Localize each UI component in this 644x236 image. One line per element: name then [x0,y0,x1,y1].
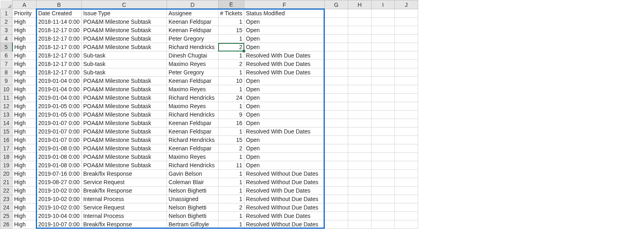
cell-A8[interactable]: High [12,68,37,77]
cell-C3[interactable]: POA&M Milestone Subtask [81,26,167,35]
cell-F21[interactable]: Resolved Without Due Dates [244,178,325,187]
cell-C5[interactable]: POA&M Milestone Subtask [81,43,167,51]
cell-J23[interactable] [395,195,418,203]
cell-H8[interactable] [348,68,372,77]
cell-G22[interactable] [325,187,348,195]
cell-A7[interactable]: High [12,60,37,68]
cell-A6[interactable]: High [12,51,37,60]
cell-G8[interactable] [325,68,348,77]
cell-D10[interactable]: Maximo Reyes [167,85,218,94]
cell-F16[interactable]: Open [244,136,325,144]
cell-D13[interactable]: Richard Hendricks [167,111,218,119]
cell-E25[interactable]: 1 [218,212,244,220]
row-header-16[interactable]: 16 [0,136,12,144]
cell-I19[interactable] [372,161,395,170]
cell-J13[interactable] [395,111,418,119]
cell-F25[interactable]: Resolved With Due Dates [244,212,325,220]
cell-G17[interactable] [325,144,348,153]
cell-H4[interactable] [348,35,372,43]
cell-J19[interactable] [395,161,418,170]
cell-I14[interactable] [372,119,395,127]
cell-G5[interactable] [325,43,348,51]
cell-J10[interactable] [395,85,418,94]
cell-I16[interactable] [372,136,395,144]
cell-A2[interactable]: High [12,18,37,26]
column-header-D[interactable]: D [167,0,218,9]
cell-C9[interactable]: POA&M Milestone Subtask [81,77,167,85]
cell-F12[interactable]: Open [244,102,325,111]
cell-E3[interactable]: 15 [218,26,244,35]
cell-D11[interactable]: Richard Hendricks [167,94,218,102]
cell-B17[interactable]: 2019-01-08 0:00 [37,144,82,153]
cell-A5[interactable]: High [12,43,37,51]
cell-F17[interactable]: Open [244,144,325,153]
cell-B10[interactable]: 2019-01-04 0:00 [37,85,82,94]
cell-D4[interactable]: Peter Gregory [167,35,218,43]
cell-C7[interactable]: Sub-task [81,60,167,68]
cell-F9[interactable]: Open [244,77,325,85]
cell-B26[interactable]: 2019-10-07 0:00 [37,220,82,229]
cell-C15[interactable]: POA&M Milestone Subtask [81,127,167,136]
cell-D25[interactable]: Nelson Bighetti [167,212,218,220]
cell-J1[interactable] [395,9,418,18]
cell-F8[interactable]: Resolved With Due Dates [244,68,325,77]
cell-E12[interactable]: 1 [218,102,244,111]
cell-J2[interactable] [395,18,418,26]
row-header-20[interactable]: 20 [0,170,12,178]
cell-I4[interactable] [372,35,395,43]
cell-G18[interactable] [325,153,348,161]
row-header-25[interactable]: 25 [0,212,12,220]
cell-D2[interactable]: Keenan Feldspar [167,18,218,26]
cell-G16[interactable] [325,136,348,144]
cell-A23[interactable]: High [12,195,37,203]
cell-H23[interactable] [348,195,372,203]
cell-E18[interactable]: 1 [218,153,244,161]
cell-D21[interactable]: Coleman Blair [167,178,218,187]
cell-G20[interactable] [325,170,348,178]
cell-D6[interactable]: Dinesh Chugtai [167,51,218,60]
cell-B15[interactable]: 2019-01-07 0:00 [37,127,82,136]
cell-B19[interactable]: 2019-01-08 0:00 [37,161,82,170]
cell-D12[interactable]: Maximo Reyes [167,102,218,111]
cell-H3[interactable] [348,26,372,35]
cell-A13[interactable]: High [12,111,37,119]
cell-D3[interactable]: Keenan Feldspar [167,26,218,35]
cell-H14[interactable] [348,119,372,127]
row-header-17[interactable]: 17 [0,144,12,153]
column-header-I[interactable]: I [372,0,395,9]
cell-E11[interactable]: 24 [218,94,244,102]
cell-F18[interactable]: Open [244,153,325,161]
row-header-2[interactable]: 2 [0,18,12,26]
cell-A15[interactable]: High [12,127,37,136]
cell-H2[interactable] [348,18,372,26]
cell-A14[interactable]: High [12,119,37,127]
cell-I17[interactable] [372,144,395,153]
cell-I18[interactable] [372,153,395,161]
cell-H21[interactable] [348,178,372,187]
cell-F3[interactable]: Open [244,26,325,35]
cell-A3[interactable]: High [12,26,37,35]
row-header-4[interactable]: 4 [0,35,12,43]
cell-H12[interactable] [348,102,372,111]
cell-G13[interactable] [325,111,348,119]
cell-G21[interactable] [325,178,348,187]
cell-B14[interactable]: 2019-01-07 0:00 [37,119,82,127]
cell-E5[interactable]: 2 [218,43,244,51]
cell-H17[interactable] [348,144,372,153]
cell-F11[interactable]: Open [244,94,325,102]
cell-B12[interactable]: 2019-01-05 0:00 [37,102,82,111]
row-header-23[interactable]: 23 [0,195,12,203]
cell-C25[interactable]: Internal Process [81,212,167,220]
cell-E2[interactable]: 1 [218,18,244,26]
row-header-26[interactable]: 26 [0,220,12,229]
cell-F2[interactable]: Open [244,18,325,26]
cell-J20[interactable] [395,170,418,178]
cell-E19[interactable]: 11 [218,161,244,170]
cell-D23[interactable]: Unassigned [167,195,218,203]
cell-G12[interactable] [325,102,348,111]
cell-J6[interactable] [395,51,418,60]
cell-C18[interactable]: POA&M Milestone Subtask [81,153,167,161]
cell-J15[interactable] [395,127,418,136]
row-header-6[interactable]: 6 [0,51,12,60]
cell-C21[interactable]: Service Request [81,178,167,187]
